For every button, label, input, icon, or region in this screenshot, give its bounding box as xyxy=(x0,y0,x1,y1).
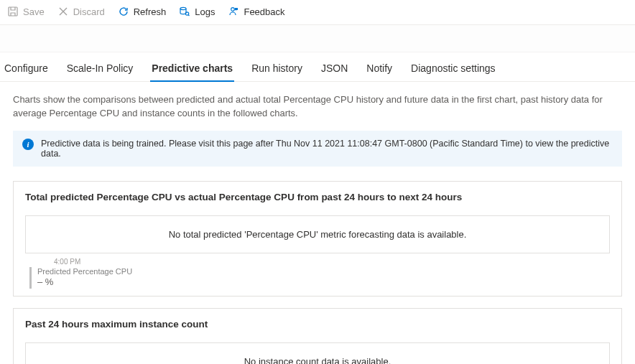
svg-point-1 xyxy=(180,7,186,9)
logs-button[interactable]: Logs xyxy=(177,4,216,19)
save-icon xyxy=(7,6,19,17)
legend-series-label: Predicted Percentage CPU xyxy=(37,267,132,276)
tab-strip: Configure Scale-In Policy Predictive cha… xyxy=(0,52,635,82)
logs-label: Logs xyxy=(195,6,215,17)
legend-swatch xyxy=(29,267,32,289)
refresh-icon xyxy=(118,6,129,17)
info-banner-text: Predictive data is being trained. Please… xyxy=(41,139,613,159)
panel-instance-count: Past 24 hours maximum instance count No … xyxy=(13,308,622,364)
refresh-button[interactable]: Refresh xyxy=(116,4,168,19)
panel-predicted-cpu: Total predicted Percentage CPU vs actual… xyxy=(13,181,622,297)
save-label: Save xyxy=(23,6,45,17)
info-icon: i xyxy=(22,139,34,150)
tab-diagnostic-settings[interactable]: Diagnostic settings xyxy=(409,60,497,81)
feedback-label: Feedback xyxy=(244,6,284,17)
info-banner: i Predictive data is being trained. Plea… xyxy=(13,131,622,167)
save-button[interactable]: Save xyxy=(6,4,46,19)
axis-tick-label: 4:00 PM xyxy=(29,258,610,266)
tab-configure[interactable]: Configure xyxy=(3,60,50,81)
svg-rect-0 xyxy=(9,7,17,16)
discard-button[interactable]: Discard xyxy=(56,4,106,19)
panel-predicted-cpu-title: Total predicted Percentage CPU vs actual… xyxy=(25,192,610,202)
tab-scalein-policy[interactable]: Scale-In Policy xyxy=(65,60,135,81)
header-band xyxy=(0,25,635,52)
empty-state-instance-count: No instance count data is available. xyxy=(25,342,610,364)
command-bar: Save Discard Refresh Logs xyxy=(0,0,635,25)
logs-icon xyxy=(179,6,190,17)
refresh-label: Refresh xyxy=(134,6,167,17)
legend-series-value: – % xyxy=(37,276,132,287)
panel-instance-count-title: Past 24 hours maximum instance count xyxy=(25,319,610,330)
tab-notify[interactable]: Notify xyxy=(365,60,394,81)
content-area: Charts show the comparisons between pred… xyxy=(0,82,635,364)
feedback-icon xyxy=(228,6,239,17)
chart-legend: 4:00 PM Predicted Percentage CPU – % xyxy=(25,258,610,289)
close-icon xyxy=(57,6,69,17)
intro-text: Charts show the comparisons between pred… xyxy=(13,93,622,121)
tab-predictive-charts[interactable]: Predictive charts xyxy=(150,60,234,81)
discard-label: Discard xyxy=(73,6,105,17)
svg-point-3 xyxy=(231,8,235,11)
tab-run-history[interactable]: Run history xyxy=(250,60,304,81)
empty-state-predicted-cpu: No total predicted 'Percentage CPU' metr… xyxy=(25,215,610,253)
feedback-button[interactable]: Feedback xyxy=(226,4,286,19)
tab-json[interactable]: JSON xyxy=(320,60,349,81)
